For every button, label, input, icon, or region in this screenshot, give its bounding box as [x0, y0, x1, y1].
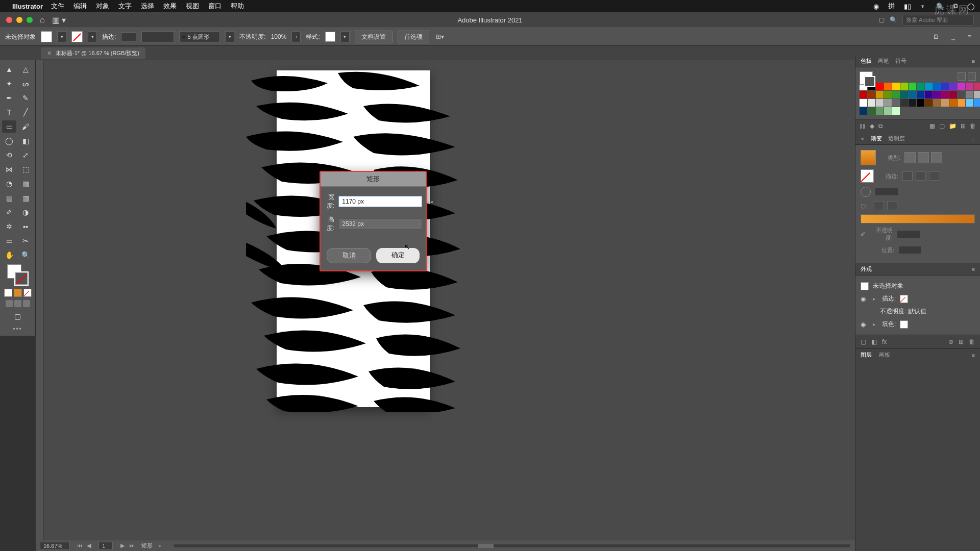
- fill-dropdown[interactable]: ▾: [57, 31, 66, 42]
- search-icon[interactable]: 🔍: [890, 16, 897, 23]
- swatch-cell[interactable]: [884, 83, 892, 90]
- opacity-value[interactable]: 100%: [271, 33, 287, 40]
- selection-tool[interactable]: ▲: [2, 63, 16, 76]
- new-color-group-icon[interactable]: ▦: [929, 122, 935, 130]
- swatch-cell[interactable]: [925, 83, 933, 90]
- edit-toolbar[interactable]: •••: [2, 325, 33, 333]
- close-tab-icon[interactable]: ✕: [47, 50, 52, 57]
- radial-gradient[interactable]: [918, 152, 929, 163]
- none-mode[interactable]: [23, 289, 32, 297]
- horizontal-scrollbar[interactable]: [173, 544, 851, 548]
- brush-dropdown[interactable]: ▾: [225, 31, 234, 42]
- swatch-cell[interactable]: [868, 99, 875, 107]
- draw-normal[interactable]: [6, 300, 13, 307]
- swatch-cell[interactable]: [876, 107, 884, 115]
- swatch-cell[interactable]: [892, 99, 900, 107]
- appearance-opacity-line[interactable]: 不透明度: 默认值: [880, 307, 926, 316]
- battery-icon[interactable]: ▮▯: [904, 3, 911, 10]
- help-search[interactable]: 搜索 Adobe 帮助: [902, 15, 974, 26]
- swatch-cell[interactable]: [958, 91, 965, 98]
- stroke-swatch[interactable]: [71, 31, 83, 42]
- new-folder-icon[interactable]: 📁: [949, 122, 957, 130]
- ok-button[interactable]: 确定: [376, 248, 420, 263]
- menu-object[interactable]: 对象: [96, 2, 109, 11]
- panel-menu-icon[interactable]: ≡: [972, 58, 975, 64]
- perspective-tool[interactable]: ▦: [18, 178, 33, 190]
- swatch-cell[interactable]: [900, 99, 908, 107]
- panel-menu-icon[interactable]: ≡: [964, 31, 975, 42]
- swatch-cell[interactable]: [941, 83, 949, 90]
- stroke-align-3[interactable]: [929, 171, 939, 181]
- clear-icon[interactable]: ⊘: [948, 338, 953, 345]
- swatch-cell[interactable]: [958, 99, 965, 107]
- zoom-window[interactable]: [27, 17, 33, 23]
- stop-opacity-input[interactable]: [897, 230, 920, 238]
- shape-builder-tool[interactable]: ◔: [2, 178, 16, 190]
- swatch-cell[interactable]: [949, 99, 957, 107]
- swatch-cell[interactable]: [909, 99, 916, 107]
- swatch-cell[interactable]: [917, 91, 924, 98]
- swatch-cell[interactable]: [892, 91, 900, 98]
- arrange-documents-icon[interactable]: ▥ ▾: [52, 15, 66, 25]
- swatch-cell[interactable]: [974, 91, 980, 98]
- swatch-cell[interactable]: [949, 91, 957, 98]
- menu-help[interactable]: 帮助: [231, 2, 244, 11]
- search-icon[interactable]: 🔍: [936, 3, 944, 10]
- home-icon[interactable]: ⌂: [40, 15, 45, 24]
- tab-swatches[interactable]: 色板: [861, 57, 872, 65]
- swatch-cell[interactable]: [933, 83, 941, 90]
- appearance-stroke-label[interactable]: 描边:: [882, 294, 896, 303]
- column-graph-tool[interactable]: ▪▪: [18, 220, 33, 233]
- style-dropdown[interactable]: ▾: [340, 31, 350, 42]
- preferences-button[interactable]: 首选项: [398, 31, 429, 43]
- color-mode[interactable]: [4, 289, 12, 297]
- delete-swatch-icon[interactable]: 🗑: [970, 122, 976, 130]
- shaper-tool[interactable]: ◯: [2, 135, 16, 147]
- artboard-number[interactable]: 1: [99, 542, 113, 550]
- width-input[interactable]: [338, 196, 422, 207]
- chevron-right-icon[interactable]: ▸: [873, 296, 878, 302]
- window-controls[interactable]: [6, 17, 33, 23]
- swatch-cell[interactable]: [860, 107, 867, 115]
- stop-position-input[interactable]: [898, 246, 922, 254]
- tab-symbols[interactable]: 符号: [895, 57, 906, 65]
- add-stroke-icon[interactable]: ▢: [861, 338, 866, 345]
- rotate-tool[interactable]: ⟲: [2, 149, 16, 161]
- document-setup-button[interactable]: 文档设置: [355, 31, 393, 43]
- menu-view[interactable]: 视图: [186, 2, 199, 11]
- new-swatch-icon[interactable]: ▢: [939, 122, 945, 130]
- swatch-cell[interactable]: [966, 83, 973, 90]
- opacity-dropdown[interactable]: ›: [291, 31, 301, 42]
- swatch-grid-view[interactable]: [968, 72, 976, 81]
- artboard-nav[interactable]: ⏮◀: [76, 542, 92, 549]
- height-input[interactable]: [338, 218, 422, 230]
- stroke-weight-input[interactable]: [121, 32, 136, 41]
- panel-menu-icon[interactable]: ≡: [972, 136, 975, 142]
- linear-gradient[interactable]: [904, 152, 916, 163]
- tab-transparency[interactable]: 透明度: [888, 135, 905, 142]
- swatch-cell[interactable]: [876, 91, 884, 98]
- hand-tool[interactable]: ✋: [2, 249, 16, 261]
- menu-file[interactable]: 文件: [51, 2, 64, 11]
- mesh-tool[interactable]: ▤: [2, 192, 16, 204]
- screen-mode[interactable]: ▢: [11, 310, 25, 322]
- app-name[interactable]: Illustrator: [12, 3, 43, 10]
- panel-menu-icon[interactable]: ≡: [972, 266, 975, 272]
- isolate-icon[interactable]: ⎯: [947, 31, 959, 42]
- close-window[interactable]: [6, 17, 12, 23]
- visibility-icon[interactable]: ◉: [861, 295, 869, 303]
- graphic-style-swatch[interactable]: [325, 32, 335, 42]
- stroke-swatch[interactable]: [900, 295, 908, 303]
- gradient-tool[interactable]: ▥: [18, 192, 33, 204]
- magic-wand-tool[interactable]: ✦: [2, 78, 16, 90]
- eyedropper-icon[interactable]: ✐: [861, 231, 865, 238]
- paintbrush-tool[interactable]: 🖌: [18, 120, 33, 133]
- current-swatch[interactable]: [860, 71, 873, 85]
- swatch-cell[interactable]: [909, 83, 916, 90]
- add-fill-icon[interactable]: ◧: [871, 338, 877, 345]
- transform-icon[interactable]: ⛋: [931, 31, 942, 42]
- zoom-tool[interactable]: 🔍: [18, 249, 33, 261]
- link-dimensions-icon[interactable]: ⧟: [426, 197, 433, 206]
- swatch-cell[interactable]: [868, 91, 875, 98]
- brush-definition[interactable]: ●5 点圆形: [179, 31, 220, 42]
